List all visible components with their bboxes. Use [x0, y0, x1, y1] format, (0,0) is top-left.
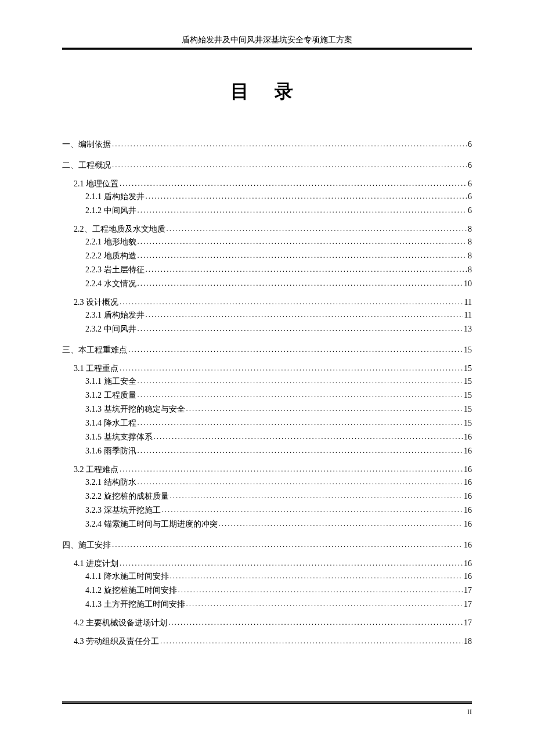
- toc-entry-page: 16: [464, 520, 472, 529]
- toc-dots: [138, 206, 467, 215]
- toc-dots: [120, 363, 463, 373]
- toc-dots: [120, 297, 463, 307]
- toc-entry-text: 2.2.2 地质构造: [85, 251, 136, 261]
- toc-entry-page: 6: [468, 192, 472, 201]
- toc-entry-page: 16: [464, 559, 472, 568]
- page-header: 盾构始发井及中间风井深基坑安全专项施工方案: [62, 35, 472, 45]
- page-number: II: [467, 708, 472, 717]
- toc-entry-page: 6: [468, 161, 472, 170]
- toc-entry-text: 2.3.1 盾构始发井: [85, 310, 145, 321]
- toc-entry-text: 2.2.4 水文情况: [85, 279, 136, 289]
- toc-entry: 2.3.2 中间风井13: [62, 324, 472, 334]
- toc-entry-page: 8: [468, 251, 472, 261]
- toc-dots: [167, 224, 467, 233]
- toc-entry-text: 二、工程概况: [62, 160, 111, 171]
- toc-entry-page: 11: [464, 311, 472, 320]
- toc-entry: 3.2.3 深基坑开挖施工16: [62, 505, 472, 516]
- toc-entry: 3.1.1 施工安全15: [62, 376, 472, 387]
- toc-entry-text: 2.3.2 中间风井: [85, 324, 136, 334]
- toc-entry-page: 15: [464, 419, 472, 428]
- toc-entry: 2.2.2 地质构造8: [62, 251, 472, 261]
- toc-entry: 4.1.1 降水施工时间安排16: [62, 571, 472, 582]
- toc-entry-page: 16: [464, 541, 472, 550]
- toc-dots: [128, 345, 463, 354]
- toc-entry: 4.1 进度计划16: [62, 559, 472, 569]
- toc-dots: [120, 465, 463, 474]
- toc-entry-page: 17: [464, 618, 472, 628]
- toc-entry-page: 8: [468, 265, 472, 275]
- toc-entry-page: 16: [464, 433, 472, 442]
- footer-divider: [62, 701, 472, 704]
- toc-entry-text: 2.1.1 盾构始发井: [85, 192, 145, 202]
- toc-entry-text: 4.1.2 旋挖桩施工时间安排: [85, 585, 177, 596]
- toc-entry-page: 16: [464, 478, 472, 487]
- toc-entry-text: 3.1.3 基坑开挖的稳定与安全: [85, 404, 185, 415]
- toc-entry: 2.2.3 岩土层特征8: [62, 265, 472, 275]
- toc-dots: [186, 599, 463, 609]
- toc-entry-text: 2.2.3 岩土层特征: [85, 265, 145, 275]
- toc-entry-text: 4.1.3 土方开挖施工时间安排: [85, 599, 185, 610]
- toc-entry: 3.1.4 降水工程15: [62, 418, 472, 429]
- toc-entry-text: 一、编制依据: [62, 139, 111, 150]
- toc-entry-page: 16: [464, 492, 472, 501]
- toc-entry: 2.1.1 盾构始发井6: [62, 192, 472, 202]
- toc-entry-text: 3.1.4 降水工程: [85, 418, 136, 429]
- toc-entry-text: 2.2.1 地形地貌: [85, 237, 136, 247]
- toc-dots: [170, 491, 463, 501]
- toc-entry-page: 16: [464, 447, 472, 456]
- toc-dots: [146, 192, 467, 201]
- toc-entry-page: 6: [468, 179, 472, 189]
- toc-entry: 2.2.4 水文情况10: [62, 279, 472, 289]
- toc-entry-text: 2.1 地理位置: [74, 179, 118, 189]
- toc-entry: 2.1 地理位置6: [62, 179, 472, 189]
- toc-entry-page: 16: [464, 506, 472, 515]
- toc-dots: [146, 310, 463, 319]
- toc-entry-page: 8: [468, 237, 472, 247]
- toc-entry: 一、编制依据6: [62, 139, 472, 150]
- toc-dots: [138, 279, 463, 288]
- toc-dots: [170, 571, 463, 581]
- toc-entry: 3.1.3 基坑开挖的稳定与安全15: [62, 404, 472, 415]
- toc-entry-text: 3.2.4 锚索施工时间与工期进度的冲突: [85, 519, 218, 530]
- toc-dots: [138, 418, 463, 427]
- toc-entry-text: 3.2.1 结构防水: [85, 477, 136, 488]
- table-of-contents: 一、编制依据6二、工程概况62.1 地理位置62.1.1 盾构始发井62.1.2…: [62, 139, 472, 647]
- toc-dots: [120, 179, 467, 188]
- toc-entry-page: 11: [464, 298, 472, 307]
- toc-dots: [138, 376, 463, 386]
- toc-entry: 3.2 工程难点16: [62, 465, 472, 475]
- toc-dots: [120, 559, 463, 568]
- toc-dots: [160, 636, 463, 646]
- toc-dots: [138, 324, 463, 333]
- toc-dots: [168, 618, 463, 627]
- toc-entry-page: 17: [464, 600, 472, 609]
- toc-dots: [146, 265, 467, 274]
- toc-entry: 2.3 设计概况11: [62, 297, 472, 308]
- toc-entry-text: 4.1 进度计划: [74, 559, 118, 569]
- toc-entry-text: 3.1.1 施工安全: [85, 376, 136, 387]
- toc-entry-text: 3.2 工程难点: [74, 465, 118, 475]
- toc-entry-text: 四、施工安排: [62, 540, 111, 550]
- toc-entry-page: 6: [468, 140, 472, 149]
- toc-entry-page: 16: [464, 465, 472, 474]
- toc-entry: 3.1.2 工程质量15: [62, 390, 472, 401]
- toc-entry: 2.2、工程地质及水文地质8: [62, 224, 472, 235]
- toc-entry: 3.2.2 旋挖桩的成桩质量16: [62, 491, 472, 502]
- toc-entry-page: 15: [464, 391, 472, 400]
- toc-entry: 3.2.4 锚索施工时间与工期进度的冲突16: [62, 519, 472, 530]
- toc-entry-page: 15: [464, 405, 472, 414]
- toc-entry: 2.2.1 地形地貌8: [62, 237, 472, 247]
- toc-entry-text: 三、本工程重难点: [62, 345, 127, 355]
- toc-entry-page: 15: [464, 377, 472, 386]
- toc-entry-text: 2.2、工程地质及水文地质: [74, 224, 165, 235]
- toc-entry-text: 4.3 劳动组织及责任分工: [74, 636, 159, 647]
- toc-dots: [112, 160, 467, 170]
- toc-entry-text: 3.2.2 旋挖桩的成桩质量: [85, 491, 169, 502]
- toc-entry: 4.1.3 土方开挖施工时间安排17: [62, 599, 472, 610]
- toc-entry-page: 8: [468, 225, 472, 234]
- toc-entry-page: 10: [464, 279, 472, 289]
- toc-dots: [162, 505, 463, 514]
- toc-entry-text: 2.3 设计概况: [74, 297, 118, 308]
- toc-entry: 4.2 主要机械设备进场计划17: [62, 618, 472, 628]
- toc-entry-text: 3.1.6 雨季防汛: [85, 446, 136, 456]
